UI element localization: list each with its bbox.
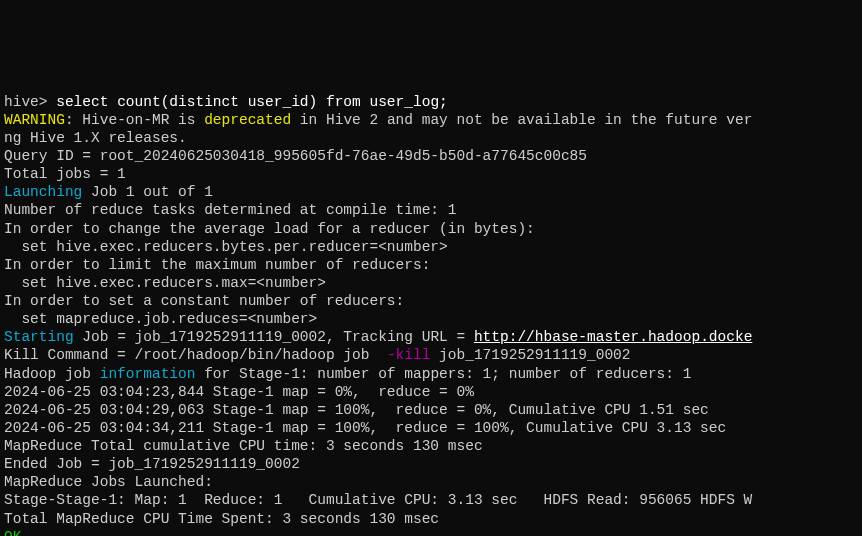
kill-flag: -kill [387,347,431,363]
starting-keyword: Starting [4,329,74,345]
tracking-url[interactable]: http://hbase-master.hadoop.docke [474,329,752,345]
information-keyword: information [100,366,196,382]
stage-summary-line: Stage-Stage-1: Map: 1 Reduce: 1 Cumulati… [4,492,752,508]
max-reducers-line: In order to limit the maximum number of … [4,257,430,273]
reduce-tasks-line: Number of reduce tasks determined at com… [4,202,456,218]
hadoop-job-rest: for Stage-1: number of mappers: 1; numbe… [195,366,691,382]
sql-query: select count(distinct user_id) from user… [56,94,448,110]
set-const-line: set mapreduce.job.reduces=<number> [4,311,317,327]
hadoop-job-a: Hadoop job [4,366,100,382]
warning-text-1a: : Hive-on-MR is [65,112,204,128]
progress-line-1: 2024-06-25 03:04:23,844 Stage-1 map = 0%… [4,384,474,400]
set-max-line: set hive.exec.reducers.max=<number> [4,275,326,291]
deprecated-keyword: deprecated [204,112,291,128]
total-spent-line: Total MapReduce CPU Time Spent: 3 second… [4,511,439,527]
set-bytes-line: set hive.exec.reducers.bytes.per.reducer… [4,239,448,255]
warning-text-1b: in Hive 2 and may not be available in th… [291,112,752,128]
kill-cmd-a: Kill Command = /root/hadoop/bin/hadoop j… [4,347,387,363]
ok-status: OK [4,529,21,536]
terminal-output: hive> select count(distinct user_id) fro… [0,91,862,536]
warning-text-2: ng Hive 1.X releases. [4,130,187,146]
jobs-launched-line: MapReduce Jobs Launched: [4,474,213,490]
starting-rest: Job = job_1719252911119_0002, Tracking U… [74,329,474,345]
const-reducers-line: In order to set a constant number of red… [4,293,404,309]
total-jobs-line: Total jobs = 1 [4,166,126,182]
avg-load-line: In order to change the average load for … [4,221,535,237]
launching-keyword: Launching [4,184,82,200]
mr-total-line: MapReduce Total cumulative CPU time: 3 s… [4,438,483,454]
progress-line-3: 2024-06-25 03:04:34,211 Stage-1 map = 10… [4,420,726,436]
progress-line-2: 2024-06-25 03:04:29,063 Stage-1 map = 10… [4,402,709,418]
ended-job-line: Ended Job = job_1719252911119_0002 [4,456,300,472]
kill-cmd-b: job_1719252911119_0002 [430,347,630,363]
warning-label: WARNING [4,112,65,128]
query-id-line: Query ID = root_20240625030418_995605fd-… [4,148,587,164]
launching-rest: Job 1 out of 1 [82,184,213,200]
hive-prompt: hive> [4,94,56,110]
